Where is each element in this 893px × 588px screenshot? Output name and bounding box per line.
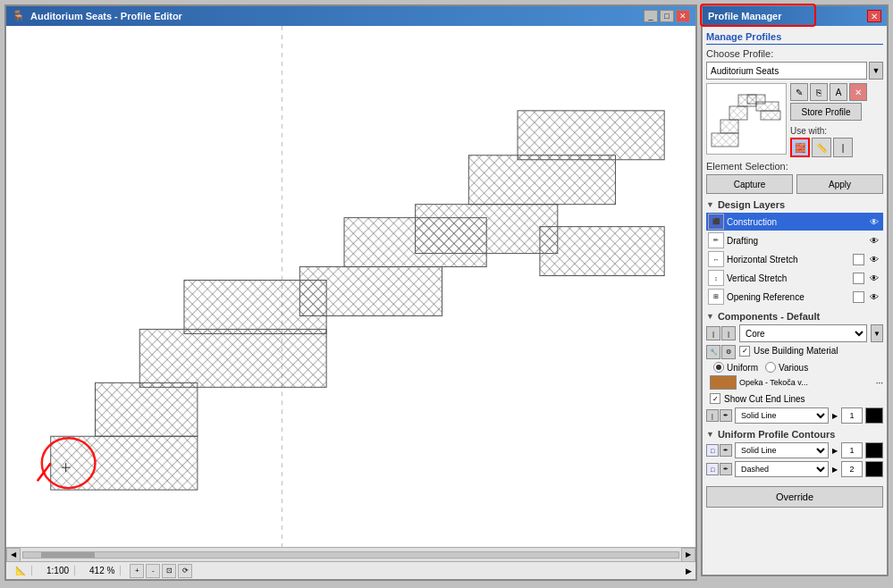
status-bar: 📐 1:100 412 % + - ⊡ ⟳ ▶ [6,561,695,579]
scroll-thumb [41,552,95,558]
profile-dropdown[interactable]: Auditorium Seats [706,62,867,80]
dashed-icons: □ ✒ [706,463,732,475]
maximize-button[interactable]: □ [660,10,674,22]
scroll-left-btn[interactable]: ◀ [6,548,21,562]
delete-icon-btn[interactable]: ✕ [849,83,867,101]
solid-contour-weight[interactable] [841,442,863,458]
solid-contour-swatch[interactable] [865,442,883,458]
pm-close-button[interactable]: ✕ [867,10,881,22]
h-stretch-checkbox[interactable] [853,254,864,265]
dashed-left-icon: □ [706,463,719,475]
horizontal-scrollbar[interactable]: ◀ ▶ [6,547,695,561]
various-radio-btn[interactable] [765,362,776,373]
minimize-button[interactable]: _ [644,10,658,22]
main-title-bar: 🪑 Auditorium Seats - Profile Editor _ □ … [6,6,695,26]
zoom-controls[interactable]: + - ⊡ ⟳ [130,564,192,578]
core-dropdown[interactable]: Core [739,324,867,342]
use-building-material-checkbox[interactable]: ✓ [739,346,750,357]
svg-rect-5 [139,329,326,387]
pm-title: Profile Manager [708,11,782,21]
svg-rect-10 [468,155,615,205]
line-style-arrow: ▶ [831,412,838,420]
layer-row-opening-ref[interactable]: ⊞ Opening Reference 👁 [706,288,883,306]
v-stretch-checkbox[interactable] [853,273,864,284]
solid-left-icon: □ [706,444,719,457]
main-window-title: Auditorium Seats - Profile Editor [30,11,182,21]
uniform-radio-btn[interactable] [713,362,724,373]
solid-contour-arrow: ▶ [831,447,838,455]
material-name: Opeka - Tekoča v... [739,378,873,387]
v-stretch-eye-icon[interactable]: 👁 [867,271,881,285]
various-label: Various [779,363,808,373]
scroll-right-arrow[interactable]: ▶ [686,567,692,575]
scroll-track[interactable] [22,551,679,559]
svg-rect-21 [729,106,747,120]
line-weight-input[interactable] [841,407,863,424]
core-dropdown-arrow: ▼ [871,324,883,342]
dashed-arrow: ▶ [831,466,838,474]
layer-row-drafting[interactable]: ✏ Drafting 👁 [706,231,883,249]
solid-contour-icons: □ ✒ [706,444,732,457]
store-profile-button[interactable]: Store Profile [790,103,862,121]
opening-ref-eye-icon[interactable]: 👁 [867,290,881,304]
svg-rect-7 [299,267,442,316]
copy-icon-btn[interactable]: ⎘ [810,83,828,101]
core-right-icon: | [721,326,736,340]
manage-profiles-header[interactable]: Manage Profiles [706,29,883,45]
profile-manager-panel: Profile Manager ✕ Manage Profiles Choose… [701,4,889,576]
show-cut-checkbox[interactable]: ✓ [710,393,720,404]
layer-row-h-stretch[interactable]: ↔ Horizontal Stretch 👁 [706,250,883,268]
drafting-layer-icon: ✏ [708,232,724,248]
show-cut-label: Show Cut End Lines [724,394,805,404]
dashed-dropdown[interactable]: Dashed [735,461,829,477]
opening-ref-checkbox[interactable] [853,291,864,303]
h-stretch-eye-icon[interactable]: 👁 [867,252,881,266]
dashed-weight-input[interactable] [841,461,863,477]
zoom-fit-btn[interactable]: ⊡ [162,564,176,578]
layer-row-v-stretch[interactable]: ↕ Vertical Stretch 👁 [706,269,883,287]
apply-button[interactable]: Apply [796,174,883,194]
app-icon: 🪑 [12,10,25,22]
use-with-col-btn[interactable]: | [833,138,853,157]
status-icon: 📐 [10,566,32,575]
rename-icon-btn[interactable]: A [830,83,847,101]
profile-preview-area: ✎ ⎘ A ✕ Store Profile Use with: 🧱 📏 | [706,83,883,157]
solid-contour-dropdown[interactable]: Solid Line [735,442,829,458]
pm-title-bar: Profile Manager ✕ [703,6,887,26]
components-header[interactable]: ▼ Components - Default [706,311,883,322]
solid-pen-icon: ✒ [720,444,732,457]
svg-rect-20 [720,120,738,133]
uniform-label: Uniform [727,363,758,373]
zoom-out-btn[interactable]: - [146,564,160,578]
core-left-icon: | [706,326,720,340]
override-button[interactable]: Override [706,486,883,508]
canvas-area: ◀ ▶ [6,26,695,561]
material-more-btn[interactable]: ··· [876,378,883,388]
various-radio[interactable]: Various [765,362,808,373]
pm-body: Manage Profiles Choose Profile: Auditori… [703,26,887,575]
use-with-beam-btn[interactable]: 📏 [812,138,831,157]
zoom-in-btn[interactable]: + [130,564,144,578]
dashed-color-swatch[interactable] [865,461,883,477]
design-layers-header[interactable]: ▼ Design Layers [706,199,883,210]
uniform-profile-header[interactable]: ▼ Uniform Profile Contours [706,429,883,440]
construction-eye-icon[interactable]: 👁 [867,214,881,229]
edit-icon-btn[interactable]: ✎ [790,83,808,101]
layer-row-construction[interactable]: ⬛ Construction 👁 [706,213,883,231]
use-with-wall-btn[interactable]: 🧱 [790,138,810,157]
element-selection-label: Element Selection: [706,161,883,172]
line-color-swatch[interactable] [865,407,883,424]
scroll-right-btn[interactable]: ▶ [681,548,695,562]
drafting-eye-icon[interactable]: 👁 [867,233,881,248]
components-section: ▼ Components - Default | | Core ▼ 🔧 ⚙ [706,311,883,424]
preview-icon-row: ✎ ⎘ A ✕ [790,83,867,101]
line-icon-pair: | ✒ [706,409,732,422]
capture-button[interactable]: Capture [706,174,793,194]
close-button[interactable]: ✕ [676,10,690,22]
opening-ref-icon: ⊞ [708,289,724,305]
line-style-dropdown[interactable]: Solid Line [735,407,829,424]
zoom-reset-btn[interactable]: ⟳ [178,564,192,578]
uniform-radio[interactable]: Uniform [713,362,758,373]
core-icon-pair: | | [706,326,736,340]
components-collapse-icon: ▼ [706,312,714,321]
